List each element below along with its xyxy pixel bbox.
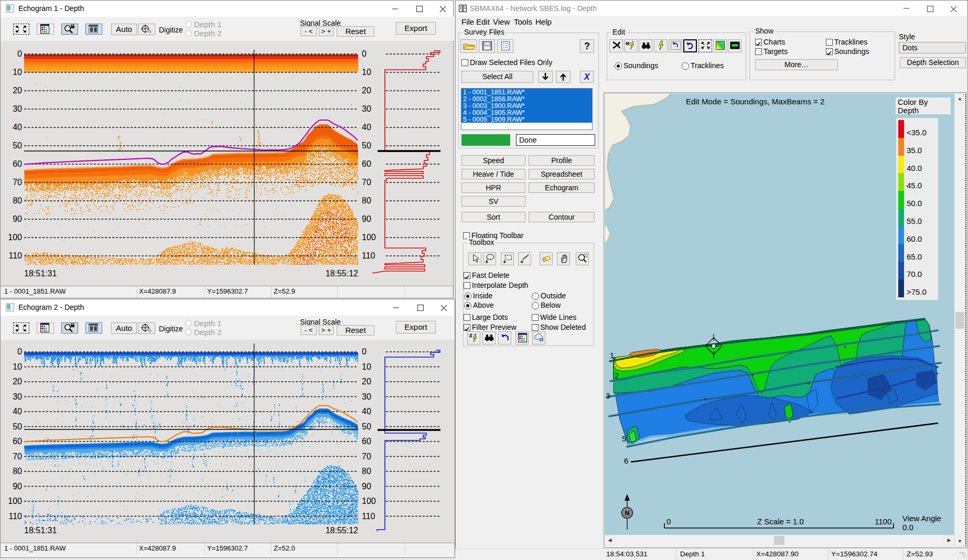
svg-text:18:55:12: 18:55:12 (326, 526, 358, 535)
svg-text:5: 5 (622, 434, 626, 443)
svg-text:2: 2 (615, 371, 619, 380)
svg-text:60: 60 (13, 159, 22, 168)
svg-text:30: 30 (13, 392, 22, 401)
svg-text:Edit Mode = Soundings, MaxBeam: Edit Mode = Soundings, MaxBeams = 2 (686, 97, 824, 106)
svg-text:90: 90 (13, 214, 22, 223)
svg-text:45.0: 45.0 (907, 181, 922, 190)
svg-text:50: 50 (13, 141, 22, 150)
svg-text:0.0: 0.0 (902, 523, 913, 532)
svg-text:60: 60 (13, 437, 22, 446)
svg-text:40: 40 (13, 123, 22, 132)
svg-text:+: + (503, 259, 506, 264)
svg-text:70: 70 (13, 452, 22, 461)
svg-text:70: 70 (362, 178, 371, 187)
svg-text:50: 50 (13, 422, 22, 431)
svg-text:40: 40 (13, 407, 22, 416)
svg-text:50.0: 50.0 (907, 199, 922, 208)
svg-text:1: 1 (610, 351, 614, 360)
svg-text:20: 20 (362, 86, 371, 95)
svg-text:M: M (626, 41, 630, 46)
svg-text:30: 30 (13, 104, 22, 113)
svg-text:80: 80 (362, 467, 371, 476)
svg-text:18:51:31: 18:51:31 (24, 526, 57, 535)
svg-text:0: 0 (17, 49, 22, 58)
svg-text:110: 110 (8, 251, 22, 260)
svg-text:30: 30 (362, 104, 371, 113)
svg-text:65.0: 65.0 (907, 252, 922, 261)
svg-text:90: 90 (362, 214, 371, 223)
svg-text:110: 110 (362, 512, 375, 521)
svg-text:55.0: 55.0 (907, 217, 922, 225)
svg-text:50: 50 (362, 141, 371, 150)
svg-text:0: 0 (362, 347, 367, 356)
svg-text:100: 100 (362, 497, 376, 505)
svg-text:70: 70 (13, 178, 22, 187)
svg-text:20: 20 (362, 377, 371, 386)
svg-text:10: 10 (13, 362, 22, 371)
svg-text:80: 80 (13, 467, 22, 476)
svg-text:3: 3 (606, 391, 610, 400)
svg-text:60: 60 (362, 437, 371, 446)
svg-text:110: 110 (8, 512, 22, 521)
svg-text:70.0: 70.0 (907, 270, 922, 278)
svg-text:70: 70 (362, 452, 371, 461)
svg-text:90: 90 (13, 482, 22, 491)
svg-text:0: 0 (666, 517, 671, 526)
svg-text:>75.0: >75.0 (907, 287, 927, 296)
svg-text:18:51:31: 18:51:31 (24, 269, 57, 278)
svg-text:#: # (469, 333, 472, 339)
svg-text:<35.0: <35.0 (907, 128, 927, 137)
svg-text:View Angle: View Angle (902, 514, 941, 523)
svg-text:100: 100 (8, 233, 22, 242)
svg-text:40: 40 (362, 123, 371, 132)
svg-text:1100: 1100 (875, 517, 891, 526)
svg-text:20: 20 (13, 86, 22, 95)
svg-text:90: 90 (362, 482, 371, 491)
svg-text:+: + (485, 259, 488, 264)
svg-text:100: 100 (8, 497, 22, 505)
svg-text:Color By: Color By (898, 98, 928, 106)
svg-text:Z Scale = 1.0: Z Scale = 1.0 (757, 517, 804, 526)
svg-text:10: 10 (362, 68, 371, 77)
svg-text:40.0: 40.0 (907, 164, 922, 173)
svg-text:60.0: 60.0 (907, 234, 922, 243)
svg-text:80: 80 (13, 196, 22, 205)
svg-text:50: 50 (362, 422, 371, 431)
svg-text:N: N (625, 510, 630, 517)
svg-text:100: 100 (362, 233, 376, 242)
svg-text:0: 0 (362, 49, 367, 58)
svg-text:80: 80 (362, 196, 371, 205)
svg-text:10: 10 (362, 362, 371, 371)
svg-text:Depth: Depth (898, 106, 919, 115)
svg-text:60: 60 (362, 159, 371, 168)
svg-text:20: 20 (13, 377, 22, 386)
svg-text:40: 40 (362, 407, 371, 416)
svg-text:10: 10 (13, 68, 22, 77)
svg-text:+: + (520, 259, 523, 264)
svg-text:110: 110 (362, 251, 375, 260)
svg-text:18:55:12: 18:55:12 (326, 269, 358, 278)
svg-text:30: 30 (362, 392, 371, 401)
svg-text:35.0: 35.0 (907, 146, 922, 155)
svg-text:0: 0 (17, 347, 22, 356)
svg-text:6: 6 (624, 456, 628, 465)
